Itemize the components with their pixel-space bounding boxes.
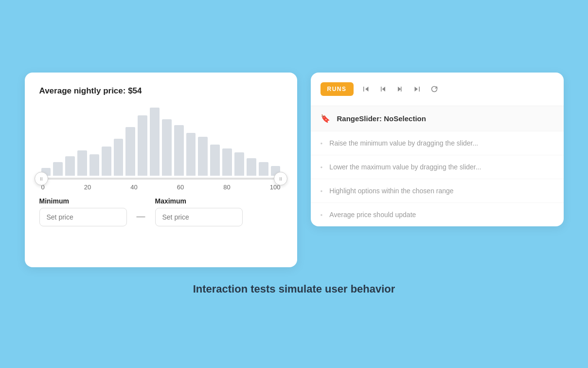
test-step-2: Lower the maximum value by dragging the … xyxy=(329,163,481,171)
list-item: ● Average price should update xyxy=(311,203,564,226)
dot-icon-3: ● xyxy=(321,189,323,193)
toolbar-buttons xyxy=(359,83,441,95)
toolbar: RUNS xyxy=(311,82,564,106)
refresh-button[interactable] xyxy=(428,83,441,95)
panels: Average nightly price: $54 ⏸ ⏸ 0 20 xyxy=(25,73,564,267)
chart-bar xyxy=(198,137,208,176)
test-step-4: Average price should update xyxy=(329,211,416,219)
price-value: $54 xyxy=(128,86,142,95)
test-list: 🔖 RangeSlider: NoSelection ● Raise the m… xyxy=(311,106,564,226)
slider-thumb-left[interactable]: ⏸ xyxy=(35,172,48,185)
inputs-section: Minimum — Maximum xyxy=(39,197,283,226)
price-title: Average nightly price: $54 xyxy=(39,86,283,96)
slider-track: ⏸ ⏸ xyxy=(41,178,281,180)
maximum-label: Maximum xyxy=(155,197,243,205)
maximum-input[interactable] xyxy=(155,208,243,226)
prev-icon xyxy=(380,86,387,92)
skip-forward-icon xyxy=(413,85,421,93)
minimum-input[interactable] xyxy=(39,208,127,226)
slider-thumb-right[interactable]: ⏸ xyxy=(274,172,287,185)
main-content: Average nightly price: $54 ⏸ ⏸ 0 20 xyxy=(25,73,564,295)
chart-bar xyxy=(114,139,124,176)
test-step-3: Highlight options within the chosen rang… xyxy=(329,187,453,195)
chart-bar xyxy=(138,115,147,176)
x-label-20: 20 xyxy=(84,184,91,191)
bottom-title: Interaction tests simulate user behavior xyxy=(193,283,395,295)
dot-icon-1: ● xyxy=(321,141,323,146)
maximum-group: Maximum xyxy=(155,197,243,226)
skip-back-icon xyxy=(362,85,370,93)
list-item: ● Lower the maximum value by dragging th… xyxy=(311,155,564,179)
chart-bar xyxy=(102,147,111,176)
chart-bar xyxy=(234,152,244,176)
chart-bar xyxy=(65,156,75,176)
x-label-80: 80 xyxy=(223,184,230,191)
runs-badge[interactable]: RUNS xyxy=(321,82,354,96)
pause-icon-left: ⏸ xyxy=(39,176,43,182)
bookmark-icon: 🔖 xyxy=(321,114,330,123)
chart-bar xyxy=(77,150,87,176)
skip-back-button[interactable] xyxy=(359,83,373,95)
x-axis: 0 20 40 60 80 100 xyxy=(39,180,283,191)
skip-forward-button[interactable] xyxy=(410,83,424,95)
dot-icon-4: ● xyxy=(321,213,323,217)
chart-bar xyxy=(247,158,256,176)
left-panel: Average nightly price: $54 ⏸ ⏸ 0 20 xyxy=(25,73,297,267)
chart-bar xyxy=(222,148,232,176)
chart-bar xyxy=(162,119,172,176)
chart-bar xyxy=(125,127,135,176)
bars-container xyxy=(39,108,283,176)
chart-bar xyxy=(259,162,268,176)
chart-bar xyxy=(210,145,220,176)
next-button[interactable] xyxy=(393,84,406,94)
x-label-60: 60 xyxy=(177,184,184,191)
chart-bar xyxy=(186,133,196,176)
chart-area: ⏸ ⏸ 0 20 40 60 80 100 xyxy=(39,108,283,185)
chart-bar xyxy=(174,125,184,176)
list-item: ● Raise the minimum value by dragging th… xyxy=(311,131,564,155)
pause-icon-right: ⏸ xyxy=(278,176,283,182)
refresh-icon xyxy=(430,85,438,93)
test-title: RangeSlider: NoSelection xyxy=(337,114,426,123)
test-step-1: Raise the minimum value by dragging the … xyxy=(329,139,478,147)
dot-icon-2: ● xyxy=(321,165,323,169)
minimum-label: Minimum xyxy=(39,197,127,205)
chart-bar xyxy=(53,162,63,176)
list-item: ● Highlight options within the chosen ra… xyxy=(311,179,564,203)
test-title-item: 🔖 RangeSlider: NoSelection xyxy=(311,106,564,131)
slider-fill xyxy=(41,178,281,180)
x-label-40: 40 xyxy=(130,184,137,191)
prev-button[interactable] xyxy=(377,84,390,94)
chart-bar xyxy=(89,154,99,176)
right-panel: RUNS xyxy=(311,73,564,226)
chart-bar xyxy=(150,108,160,176)
price-label: Average nightly price: xyxy=(39,86,128,95)
dash: — xyxy=(137,211,145,226)
minimum-group: Minimum xyxy=(39,197,127,226)
next-icon xyxy=(396,86,403,92)
